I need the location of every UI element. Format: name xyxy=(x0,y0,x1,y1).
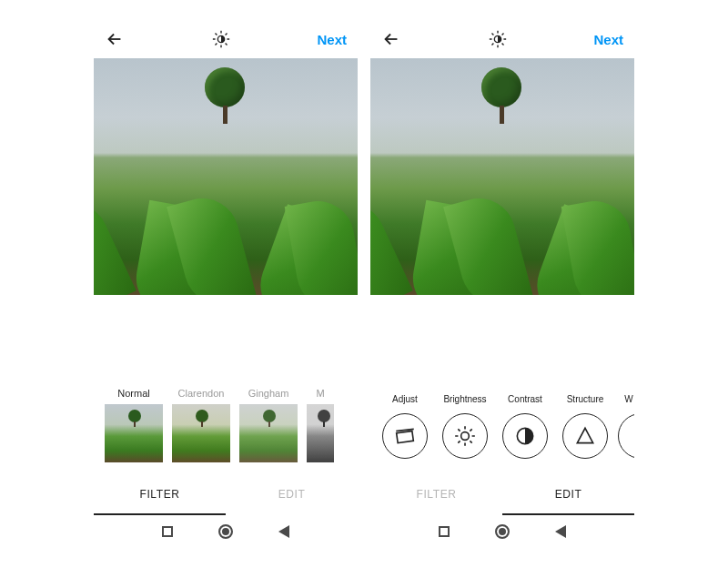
filter-thumb xyxy=(105,404,163,462)
filter-label: Clarendon xyxy=(172,388,230,399)
bottom-tabs: FILTER EDIT xyxy=(370,475,634,515)
header: Next xyxy=(94,20,358,58)
adjust-icon xyxy=(382,413,428,459)
image-preview[interactable] xyxy=(94,58,358,295)
filter-thumb xyxy=(307,404,334,462)
tool-label: W xyxy=(618,394,634,404)
navbar-home-icon[interactable] xyxy=(495,524,510,539)
android-navbar xyxy=(370,515,634,548)
filter-item-partial[interactable]: M xyxy=(307,388,334,462)
filter-thumb xyxy=(172,404,230,462)
navbar-back-icon[interactable] xyxy=(555,525,566,538)
tool-partial[interactable]: W xyxy=(618,394,634,459)
tool-label: Adjust xyxy=(378,394,432,404)
next-button[interactable]: Next xyxy=(593,32,623,47)
lux-icon[interactable] xyxy=(211,29,231,49)
svg-point-3 xyxy=(461,432,470,441)
filter-label: Gingham xyxy=(239,388,298,399)
filter-item-clarendon[interactable]: Clarendon xyxy=(172,388,230,462)
tab-edit[interactable]: EDIT xyxy=(502,475,634,515)
back-icon[interactable] xyxy=(105,29,125,49)
structure-icon xyxy=(562,413,608,459)
navbar-back-icon[interactable] xyxy=(278,525,289,538)
navbar-home-icon[interactable] xyxy=(218,524,233,539)
back-icon[interactable] xyxy=(381,29,401,49)
tool-label: Structure xyxy=(558,394,612,404)
tab-filter[interactable]: FILTER xyxy=(94,475,226,515)
filter-item-normal[interactable]: Normal xyxy=(105,388,163,462)
filter-thumb xyxy=(239,404,298,462)
tool-label: Brightness xyxy=(438,394,492,404)
tool-structure[interactable]: Structure xyxy=(558,394,612,459)
filter-label: M xyxy=(307,388,334,399)
tool-label: Contrast xyxy=(498,394,552,404)
navbar-recent-icon[interactable] xyxy=(439,526,450,537)
image-preview[interactable] xyxy=(370,58,634,295)
tab-edit[interactable]: EDIT xyxy=(226,475,358,515)
edit-tools-list[interactable]: Adjust Brightness Contrast Structure W xyxy=(370,376,634,475)
tool-brightness[interactable]: Brightness xyxy=(438,394,492,459)
phone-filter-screen: Next Normal Clarendon Gingham M F xyxy=(94,20,358,548)
tool-adjust[interactable]: Adjust xyxy=(378,394,432,459)
tool-contrast[interactable]: Contrast xyxy=(498,394,552,459)
svg-rect-2 xyxy=(397,431,414,443)
filter-list[interactable]: Normal Clarendon Gingham M xyxy=(94,371,358,475)
contrast-icon xyxy=(502,413,548,459)
android-navbar xyxy=(94,515,358,548)
tab-filter[interactable]: FILTER xyxy=(370,475,502,515)
header: Next xyxy=(370,20,634,58)
warmth-icon xyxy=(618,413,634,459)
next-button[interactable]: Next xyxy=(317,32,347,47)
phone-edit-screen: Next Adjust Brightness Contrast xyxy=(370,20,634,548)
lux-icon[interactable] xyxy=(488,29,508,49)
navbar-recent-icon[interactable] xyxy=(162,526,173,537)
bottom-tabs: FILTER EDIT xyxy=(94,475,358,515)
brightness-icon xyxy=(442,413,488,459)
filter-label: Normal xyxy=(105,388,163,399)
filter-item-gingham[interactable]: Gingham xyxy=(239,388,298,462)
